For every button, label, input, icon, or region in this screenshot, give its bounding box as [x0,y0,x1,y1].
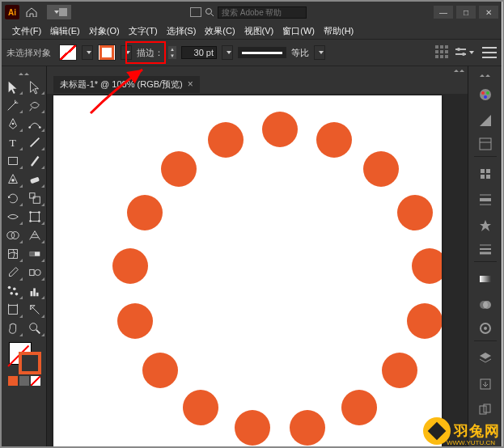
menu-item[interactable]: 视图(V) [240,23,278,39]
scale-tool[interactable] [24,189,45,207]
stroke-weight-dropdown[interactable] [222,45,233,60]
arrange-documents-button[interactable] [47,5,71,19]
hand-tool[interactable] [2,319,23,337]
svg-rect-51 [480,194,491,196]
stroke-dropdown[interactable] [121,45,132,60]
stroke-label: 描边： [137,47,163,59]
artwork-dot [262,112,298,147]
menu-item[interactable]: 对象(O) [85,23,124,39]
blend-tool[interactable] [24,264,45,281]
eyedropper-tool[interactable] [2,264,23,281]
fill-swatch[interactable] [59,44,77,61]
lasso-tool[interactable] [24,96,45,114]
transparency-panel-icon[interactable] [474,294,497,315]
width-tool[interactable] [2,208,23,226]
asset-export-panel-icon[interactable] [474,374,497,395]
panels-collapse-button[interactable] [468,71,502,79]
svg-point-20 [38,220,40,222]
brushes-panel-icon[interactable] [474,189,497,210]
svg-line-1 [211,14,214,16]
close-button[interactable]: ✕ [479,6,498,19]
menu-item[interactable]: 编辑(E) [46,23,84,39]
stroke-panel-icon[interactable] [474,241,497,262]
document-tab-label: 未标题-1* @ 100% (RGB/预览) [60,78,183,91]
menu-item[interactable]: 帮助(H) [320,23,358,39]
svg-point-12 [11,179,15,182]
artwork-dot [208,122,244,158]
search-input[interactable] [218,6,307,19]
pen-tool[interactable] [2,115,23,133]
svg-rect-15 [33,197,40,203]
control-menu-button[interactable] [482,47,497,58]
gradient-color-mode[interactable] [19,376,29,386]
normal-color-mode[interactable] [8,376,18,386]
maximize-button[interactable]: □ [456,6,476,19]
svg-rect-14 [30,193,35,198]
tab-close-icon[interactable]: × [188,78,193,90]
minimize-button[interactable]: — [434,6,453,19]
menu-item[interactable]: 选择(S) [163,23,201,39]
eraser-tool[interactable] [24,171,45,188]
menu-item[interactable]: 窗口(W) [278,23,319,39]
shaper-tool[interactable] [2,171,23,188]
svg-rect-49 [486,175,490,179]
artwork-dot [117,303,153,339]
symbol-sprayer-tool[interactable] [2,282,23,300]
stroke-swatch[interactable] [98,44,116,61]
menu-item[interactable]: 效果(C) [201,23,239,39]
menu-item[interactable]: 文字(T) [125,23,162,39]
chevron-down-icon [125,51,130,54]
stroke-color-box[interactable] [19,352,41,374]
home-icon[interactable] [24,6,39,19]
fill-stroke-indicator[interactable] [7,340,41,374]
appearance-panel-icon[interactable] [474,320,497,341]
none-color-mode[interactable] [31,376,40,386]
svg-point-31 [15,293,19,296]
type-tool[interactable]: T [2,133,23,151]
preferences-button[interactable] [455,44,474,61]
color-panel-icon[interactable] [474,84,497,105]
slice-tool[interactable] [24,301,45,319]
svg-rect-11 [9,158,18,165]
stroke-weight-stepper[interactable]: ▲▼ [168,46,176,59]
canvas[interactable] [47,94,468,446]
gpu-preview-icon[interactable] [190,7,201,17]
stroke-weight-field[interactable] [181,46,217,59]
rotate-tool[interactable] [2,189,23,207]
svg-point-42 [486,91,489,95]
gradient-tool[interactable] [24,245,45,263]
magic-wand-tool[interactable] [2,96,23,114]
libraries-panel-icon[interactable] [474,163,497,184]
toolbox-collapse-button[interactable] [2,70,46,78]
column-graph-tool[interactable] [24,282,45,300]
layers-panel-icon[interactable] [474,348,497,369]
selection-tool[interactable] [2,78,23,95]
gradient-panel-icon[interactable] [474,268,497,290]
properties-panel-icon[interactable] [474,136,497,157]
line-tool[interactable] [24,133,45,151]
artwork-dot [161,151,197,187]
scale-mode-dropdown[interactable] [314,45,325,60]
align-panel-icon[interactable] [435,45,450,60]
watermark: 羽兔网 WWW.YUTU.CN [423,417,500,445]
rectangle-tool[interactable] [2,152,23,170]
menu-item[interactable]: 文件(F) [8,23,45,39]
perspective-grid-tool[interactable] [24,226,45,244]
stroke-profile-preview[interactable] [238,47,286,58]
paintbrush-tool[interactable] [24,152,45,170]
curvature-tool[interactable] [24,115,45,133]
zoom-tool[interactable] [24,319,45,337]
artboard-tool[interactable] [2,301,23,319]
color-guide-panel-icon[interactable] [474,110,497,131]
mesh-tool[interactable] [2,245,23,263]
symbols-panel-icon[interactable] [474,215,497,236]
fill-dropdown[interactable] [82,45,93,60]
chevron-down-icon [54,11,59,14]
artwork-dot [290,410,325,446]
svg-point-28 [8,286,11,290]
shape-builder-tool[interactable] [2,226,23,244]
tabbar-collapse-button[interactable] [453,66,464,74]
free-transform-tool[interactable] [24,208,45,226]
document-tab[interactable]: 未标题-1* @ 100% (RGB/预览) × [53,76,200,93]
direct-selection-tool[interactable] [24,78,45,95]
